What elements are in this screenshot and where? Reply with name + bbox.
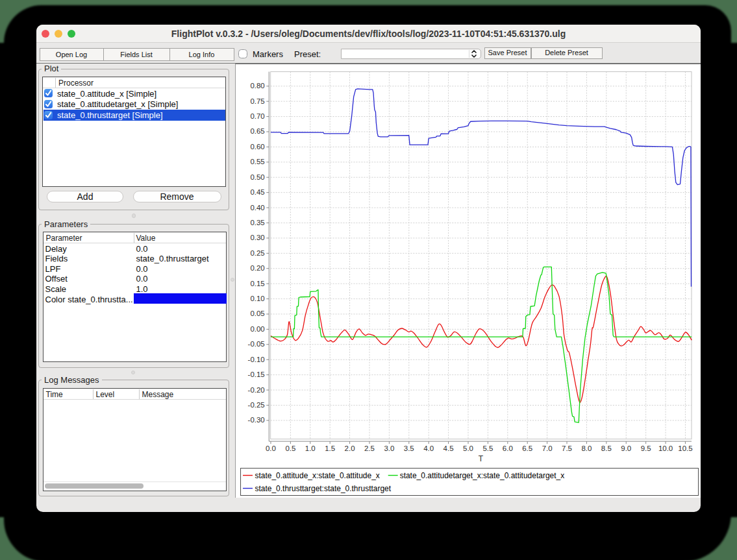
svg-text:0.30: 0.30: [250, 234, 264, 241]
svg-text:7.0: 7.0: [542, 444, 553, 452]
svg-text:-0.30: -0.30: [248, 416, 265, 424]
svg-text:0.35: 0.35: [250, 219, 264, 226]
svg-text:5.5: 5.5: [482, 444, 493, 452]
svg-text:10.0: 10.0: [658, 444, 673, 452]
svg-text:4.5: 4.5: [443, 444, 454, 452]
svg-text:6.5: 6.5: [522, 444, 532, 452]
svg-text:0.65: 0.65: [250, 127, 264, 135]
svg-text:0.60: 0.60: [250, 143, 264, 151]
svg-text:-0.20: -0.20: [248, 386, 265, 394]
svg-text:0.0: 0.0: [266, 444, 276, 452]
svg-text:9.5: 9.5: [641, 444, 651, 452]
svg-text:3.5: 3.5: [404, 444, 414, 452]
svg-text:0.40: 0.40: [250, 204, 264, 212]
svg-text:0.75: 0.75: [250, 97, 264, 105]
svg-text:0.05: 0.05: [250, 310, 264, 317]
svg-text:2.0: 2.0: [345, 444, 355, 452]
svg-text:0.10: 0.10: [250, 295, 264, 302]
svg-text:0.70: 0.70: [250, 112, 264, 120]
svg-text:-0.25: -0.25: [248, 401, 265, 409]
svg-text:state_0.attitudetarget_x:state: state_0.attitudetarget_x:state_0.attitud…: [400, 471, 565, 480]
svg-text:0.45: 0.45: [250, 188, 264, 196]
svg-text:10.5: 10.5: [678, 444, 692, 452]
svg-text:0.80: 0.80: [250, 82, 264, 90]
svg-text:8.5: 8.5: [601, 444, 612, 452]
svg-text:7.5: 7.5: [562, 444, 572, 452]
svg-text:5.0: 5.0: [463, 444, 473, 452]
svg-text:0.50: 0.50: [250, 173, 264, 181]
svg-text:0.00: 0.00: [250, 325, 264, 333]
svg-text:1.5: 1.5: [325, 444, 335, 452]
svg-text:9.0: 9.0: [621, 444, 631, 452]
svg-text:-0.15: -0.15: [248, 371, 265, 378]
svg-text:0.20: 0.20: [250, 264, 264, 272]
svg-text:0.25: 0.25: [250, 249, 264, 257]
svg-text:-0.05: -0.05: [248, 340, 265, 348]
svg-text:6.0: 6.0: [503, 444, 513, 452]
svg-text:3.0: 3.0: [384, 444, 394, 452]
svg-text:8.0: 8.0: [581, 444, 592, 452]
svg-text:0.55: 0.55: [250, 158, 264, 165]
svg-text:0.5: 0.5: [285, 444, 295, 452]
svg-text:1.0: 1.0: [305, 444, 316, 452]
svg-text:T: T: [479, 454, 484, 463]
svg-text:0.15: 0.15: [250, 280, 264, 287]
svg-text:2.5: 2.5: [364, 444, 375, 452]
svg-text:-0.10: -0.10: [248, 356, 265, 363]
svg-text:4.0: 4.0: [423, 444, 434, 452]
svg-text:state_0.attitude_x:state_0.att: state_0.attitude_x:state_0.attitude_x: [255, 471, 379, 480]
svg-text:state_0.thrusttarget:state_0.t: state_0.thrusttarget:state_0.thrusttarge…: [255, 484, 391, 493]
